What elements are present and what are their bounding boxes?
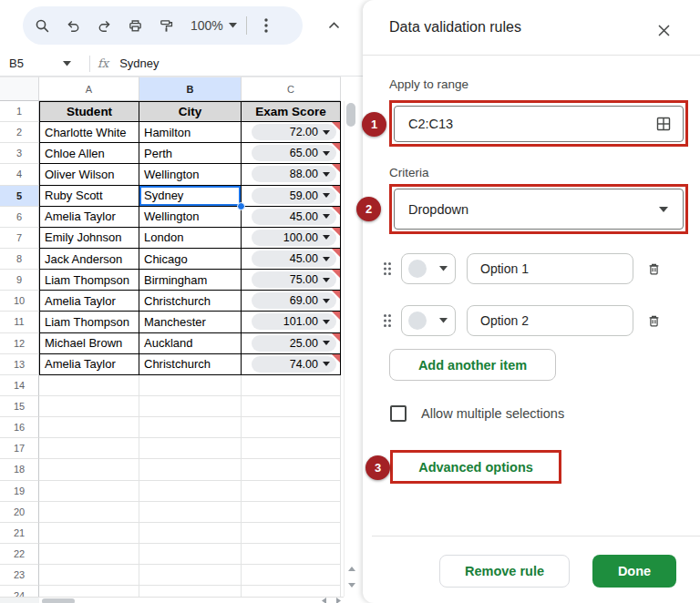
dropdown-chip[interactable]: 45.00 <box>252 250 336 267</box>
cell-B7[interactable]: London <box>139 228 242 249</box>
drag-handle[interactable] <box>383 313 396 328</box>
cell-C12[interactable]: 25.00 <box>242 333 341 354</box>
row-header-2[interactable]: 2 <box>0 122 39 143</box>
cell-A5[interactable]: Ruby Scott <box>39 186 139 207</box>
allow-multiple-checkbox[interactable] <box>390 405 407 422</box>
cell-A13[interactable]: Amelia Taylor <box>39 354 139 375</box>
row-header-12[interactable]: 12 <box>0 333 39 354</box>
row-header-4[interactable]: 4 <box>0 164 39 185</box>
search-icon[interactable] <box>26 10 57 41</box>
cell-B12[interactable]: Auckland <box>139 333 242 354</box>
dropdown-chip[interactable]: 45.00 <box>252 209 336 225</box>
range-input[interactable]: C2:C13 <box>394 106 684 142</box>
select-range-icon[interactable] <box>655 116 672 132</box>
cell-A20[interactable] <box>39 502 139 523</box>
cell-B15[interactable] <box>139 396 242 417</box>
dropdown-chip[interactable]: 65.00 <box>252 145 336 161</box>
cell-A4[interactable]: Oliver Wilson <box>39 164 139 185</box>
row-header-11[interactable]: 11 <box>0 312 39 332</box>
horizontal-scrollbar-track[interactable] <box>39 597 344 603</box>
cell-C18[interactable] <box>242 459 341 480</box>
cell-A23[interactable] <box>39 565 139 586</box>
horizontal-scrollbar[interactable] <box>0 597 363 603</box>
cell-B3[interactable]: Perth <box>139 143 242 164</box>
selection-handle[interactable] <box>237 202 245 210</box>
scroll-left-icon[interactable] <box>317 598 330 603</box>
formula-input[interactable]: Sydney <box>119 56 159 70</box>
column-header-c[interactable]: C <box>242 77 341 101</box>
cell-A8[interactable]: Jack Anderson <box>39 249 139 270</box>
dropdown-chip[interactable]: 69.00 <box>252 292 336 309</box>
row-header-1[interactable]: 1 <box>0 101 39 122</box>
row-header-15[interactable]: 15 <box>0 396 39 417</box>
cell-A24[interactable] <box>39 586 139 597</box>
cell-A22[interactable] <box>39 544 139 565</box>
header-cell-student[interactable]: Student <box>39 101 139 122</box>
cell-B21[interactable] <box>139 523 242 544</box>
dropdown-chip[interactable]: 74.00 <box>252 356 336 373</box>
cell-B5[interactable]: Sydney <box>139 186 242 207</box>
scroll-right-icon[interactable] <box>332 598 345 603</box>
cell-C23[interactable] <box>242 565 341 586</box>
criteria-select[interactable]: Dropdown <box>394 189 684 230</box>
cell-B20[interactable] <box>139 502 242 523</box>
cell-A14[interactable] <box>39 375 139 396</box>
row-header-17[interactable]: 17 <box>0 438 39 459</box>
cell-B17[interactable] <box>139 438 242 459</box>
option-text-input[interactable]: Option 1 <box>467 253 633 284</box>
cell-C17[interactable] <box>242 438 341 459</box>
row-header-7[interactable]: 7 <box>0 228 39 249</box>
cell-B9[interactable]: Birmingham <box>139 270 242 291</box>
cell-B19[interactable] <box>139 481 242 502</box>
row-header-9[interactable]: 9 <box>0 270 39 291</box>
dropdown-chip[interactable]: 59.00 <box>252 188 336 204</box>
row-header-8[interactable]: 8 <box>0 249 39 270</box>
option-text-input[interactable]: Option 2 <box>467 305 633 336</box>
cell-A15[interactable] <box>39 396 139 417</box>
row-header-23[interactable]: 23 <box>0 565 39 586</box>
cell-C7[interactable]: 100.00 <box>242 228 341 249</box>
cell-A7[interactable]: Emily Johnson <box>39 228 139 249</box>
scroll-down-icon[interactable] <box>345 577 358 592</box>
vertical-scrollbar-thumb[interactable] <box>346 103 355 127</box>
remove-rule-button[interactable]: Remove rule <box>439 555 570 588</box>
cell-B6[interactable]: Wellington <box>139 207 242 228</box>
cell-C15[interactable] <box>242 396 341 417</box>
cell-C22[interactable] <box>242 544 341 565</box>
cell-A12[interactable]: Michael Brown <box>39 333 139 354</box>
cell-B14[interactable] <box>139 375 242 396</box>
cell-C21[interactable] <box>242 523 341 544</box>
dropdown-chip[interactable]: 100.00 <box>252 230 336 246</box>
horizontal-scrollbar-thumb[interactable] <box>42 598 75 603</box>
more-options-icon[interactable] <box>251 10 282 41</box>
cell-C8[interactable]: 45.00 <box>242 249 341 270</box>
row-header-10[interactable]: 10 <box>0 291 39 312</box>
cell-C9[interactable]: 75.00 <box>242 270 341 291</box>
cell-C11[interactable]: 101.00 <box>242 312 341 332</box>
column-header-b[interactable]: B <box>139 77 242 101</box>
cell-C4[interactable]: 88.00 <box>242 164 341 185</box>
header-cell-exam-score[interactable]: Exam Score <box>242 101 341 122</box>
dropdown-chip[interactable]: 101.00 <box>252 313 336 330</box>
cell-A11[interactable]: Liam Thompson <box>39 312 139 332</box>
dropdown-chip[interactable]: 25.00 <box>252 335 336 352</box>
cell-C6[interactable]: 45.00 <box>242 207 341 228</box>
cell-C10[interactable]: 69.00 <box>242 291 341 312</box>
cell-B23[interactable] <box>139 565 242 586</box>
cell-B4[interactable]: Wellington <box>139 164 242 185</box>
row-header-22[interactable]: 22 <box>0 544 39 565</box>
row-header-3[interactable]: 3 <box>0 143 39 164</box>
undo-icon[interactable] <box>57 10 88 41</box>
cell-B10[interactable]: Christchurch <box>139 291 242 312</box>
dropdown-chip[interactable]: 75.00 <box>252 271 336 288</box>
cell-B22[interactable] <box>139 544 242 565</box>
option-color-select[interactable] <box>401 253 456 284</box>
cell-A2[interactable]: Charlotte White <box>39 122 139 143</box>
cell-B24[interactable] <box>139 586 242 597</box>
cell-B11[interactable]: Manchester <box>139 312 242 332</box>
cell-C20[interactable] <box>242 502 341 523</box>
row-header-14[interactable]: 14 <box>0 375 39 396</box>
print-icon[interactable] <box>119 10 150 41</box>
cell-A21[interactable] <box>39 523 139 544</box>
cell-A10[interactable]: Amelia Taylor <box>39 291 139 312</box>
